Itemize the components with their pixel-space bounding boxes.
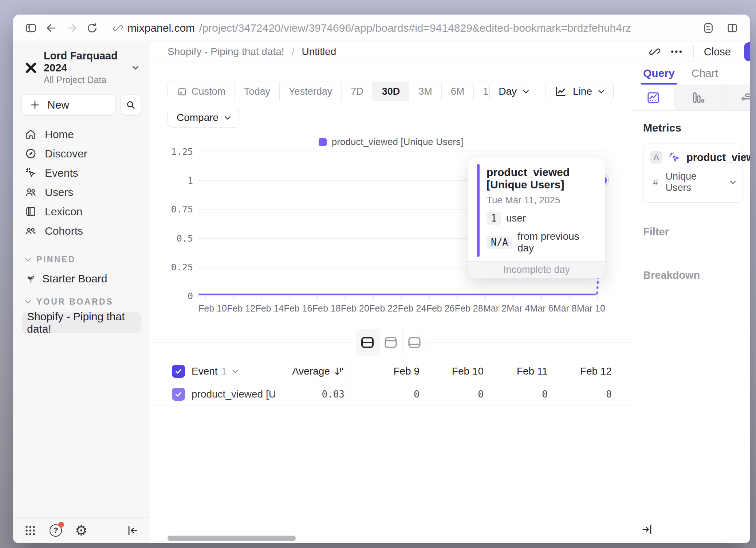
forward-icon[interactable]: [63, 19, 81, 37]
range-12m[interactable]: 12M: [474, 82, 489, 101]
row-average-value: 0.03: [275, 389, 344, 400]
split-view-icon[interactable]: [723, 19, 741, 37]
range-custom[interactable]: Custom: [168, 82, 235, 101]
split-view-toggle[interactable]: [356, 329, 379, 356]
insights-tab[interactable]: [632, 85, 674, 110]
line-chart-icon: [555, 85, 567, 98]
range-yesterday[interactable]: Yesterday: [280, 82, 342, 101]
metric-measure-row[interactable]: # Unique Users: [650, 171, 736, 193]
pinned-label: PINNED: [36, 255, 76, 265]
bar-chart-icon: [691, 90, 706, 105]
report-main: Custom Today Yesterday 7D 30D 3M 6M 12M …: [150, 62, 632, 543]
tooltip-date: Tue Mar 11, 2025: [487, 195, 595, 206]
tooltip-value-unit: user: [506, 212, 526, 224]
sidebar-item-label: Cohorts: [45, 225, 83, 237]
collapse-panel-icon[interactable]: [641, 523, 653, 536]
copy-link-icon[interactable]: [649, 46, 661, 58]
tab-query[interactable]: Query: [643, 62, 675, 85]
metric-card[interactable]: A product_viewed # Unique Users: [643, 144, 743, 203]
close-button[interactable]: Close: [704, 46, 731, 58]
range-3m[interactable]: 3M: [409, 82, 442, 101]
date-column-header[interactable]: Feb 9: [355, 365, 420, 377]
sidebar-footer: ? ⚙: [13, 517, 150, 543]
date-column-header[interactable]: Feb 12: [548, 365, 612, 377]
sidebar-item-discover[interactable]: Discover: [22, 144, 141, 163]
filter-section-label: Filter: [643, 226, 743, 238]
sprout-icon: [25, 273, 36, 284]
reload-icon[interactable]: [83, 19, 101, 37]
sidebar-item-users[interactable]: Users: [22, 183, 141, 202]
url-host: mixpanel.com: [127, 22, 195, 34]
more-options-icon[interactable]: •••: [671, 47, 683, 57]
breadcrumb-page[interactable]: Untitled: [302, 46, 336, 58]
horizontal-scrollbar[interactable]: [168, 536, 296, 541]
reader-options-icon[interactable]: [699, 19, 717, 37]
range-30d-active[interactable]: 30D: [373, 82, 410, 101]
range-6m[interactable]: 6M: [442, 82, 474, 101]
chevron-down-icon: [25, 300, 31, 304]
calendar-icon: [177, 86, 187, 97]
tab-chart[interactable]: Chart: [692, 62, 718, 85]
compare-dropdown[interactable]: Compare: [168, 108, 240, 128]
average-column-header[interactable]: Average: [275, 365, 344, 377]
table-header-row: Event 1 Average Feb 9 Feb 10 Feb 11: [150, 360, 632, 383]
your-boards-section-header[interactable]: YOUR BOARDS: [13, 293, 150, 311]
range-today[interactable]: Today: [235, 82, 280, 101]
new-button[interactable]: New: [22, 95, 115, 115]
funnels-tab[interactable]: [674, 85, 722, 110]
sidebar-item-label: Events: [45, 167, 78, 179]
help-icon[interactable]: ?: [48, 523, 63, 538]
mixpanel-logo-icon: [24, 59, 38, 76]
divider: [350, 360, 350, 406]
row-cell: 0: [355, 389, 420, 400]
org-name: Lord Farquaad 2024: [44, 50, 126, 74]
sidebar-item-label: Home: [45, 128, 74, 141]
event-column-header[interactable]: Event 1: [192, 365, 275, 377]
range-7d[interactable]: 7D: [342, 82, 373, 101]
breadcrumb-board[interactable]: Shopify - Piping that data!: [168, 46, 284, 58]
chevron-down-icon: [132, 65, 139, 70]
select-all-checkbox[interactable]: [172, 365, 185, 378]
breadcrumb-separator: /: [292, 46, 295, 58]
sidebar-item-events[interactable]: Events: [22, 163, 141, 183]
address-bar[interactable]: mixpanel.com/project/3472420/view/397469…: [113, 22, 631, 34]
row-checkbox[interactable]: [172, 388, 185, 401]
sidebar-item-lexicon[interactable]: Lexicon: [22, 202, 141, 221]
sidebar-item-label: Lexicon: [45, 206, 82, 218]
view-toggle-row: [150, 325, 632, 360]
sidebar-item-starter-board[interactable]: Starter Board: [13, 269, 150, 289]
compass-icon: [25, 148, 37, 160]
row-cell: 0: [420, 389, 484, 400]
notification-dot: [58, 522, 64, 528]
row-cell: 0: [484, 389, 548, 400]
back-icon[interactable]: [42, 19, 60, 37]
browser-sidebar-toggle-icon[interactable]: [22, 19, 40, 37]
org-switcher[interactable]: Lord Farquaad 2024 All Project Data: [22, 50, 141, 85]
users-icon: [25, 186, 37, 198]
event-cursor-icon: [668, 151, 681, 164]
date-column-header[interactable]: Feb 11: [484, 365, 548, 377]
settings-gear-icon[interactable]: ⚙: [74, 523, 89, 538]
collapse-sidebar-icon[interactable]: [125, 523, 140, 538]
retention-tab-partial[interactable]: [722, 85, 750, 110]
chevron-down-icon: [730, 180, 736, 184]
pinned-section-header[interactable]: PINNED: [13, 250, 150, 269]
sidebar-item-cohorts[interactable]: Cohorts: [22, 221, 141, 240]
table-only-toggle[interactable]: [403, 329, 426, 356]
search-button[interactable]: [121, 95, 141, 115]
table-row[interactable]: product_viewed [Uniq... 0.03 0 0 0 0: [150, 383, 632, 406]
query-panel: Query Chart: [632, 62, 750, 543]
metrics-section-label: Metrics: [643, 122, 743, 134]
tooltip-value: 1: [487, 212, 501, 225]
primary-action-button-partial[interactable]: [744, 42, 750, 61]
sidebar-item-board-shopify[interactable]: Shopify - Piping that data!: [22, 312, 141, 333]
chart-type-dropdown[interactable]: Line: [546, 82, 614, 101]
granularity-dropdown[interactable]: Day: [489, 82, 538, 101]
sidebar-item-home[interactable]: Home: [22, 125, 141, 144]
date-column-header[interactable]: Feb 10: [420, 365, 484, 377]
chart-legend: product_viewed [Unique Users]: [150, 136, 632, 148]
row-event-name: product_viewed [Uniq...: [192, 388, 275, 400]
chart-only-toggle[interactable]: [379, 329, 403, 356]
date-range-group: Custom Today Yesterday 7D 30D 3M 6M 12M …: [168, 82, 489, 101]
apps-grid-icon[interactable]: [23, 523, 38, 538]
